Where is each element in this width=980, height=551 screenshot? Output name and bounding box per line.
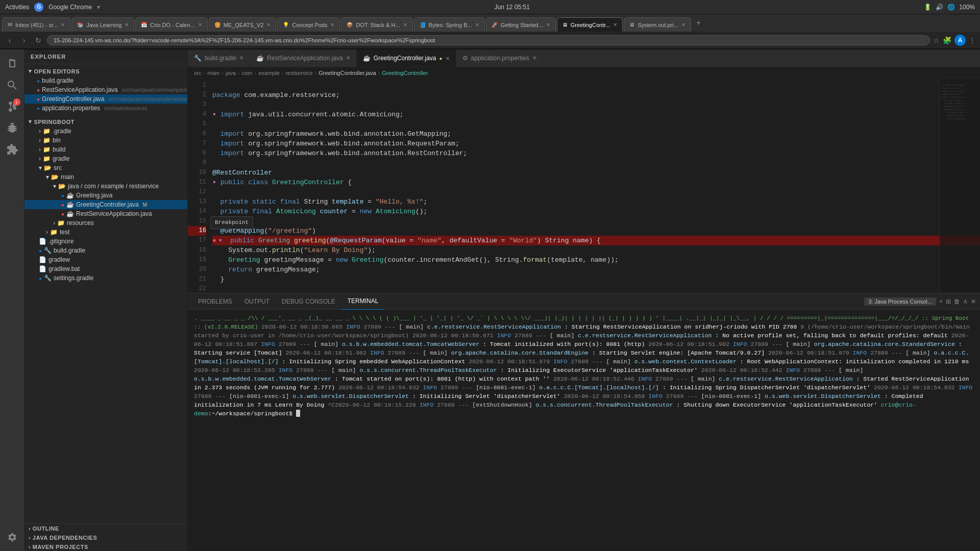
tab-favicon-concepts: 💡 <box>283 22 289 28</box>
tree-gradlew-bat[interactable]: 📄 gradlew.bat <box>24 264 187 273</box>
outline-toggle[interactable]: › OUTLINE <box>24 524 187 533</box>
browser-tab-getting[interactable]: 🚀 Getting Started... ✕ <box>486 17 556 32</box>
browser-tab-qeats[interactable]: 🍔 ME_QEATS_V2 ✕ <box>209 17 277 32</box>
activity-settings[interactable] <box>2 527 22 547</box>
tab-label-props: application.properties <box>471 55 529 62</box>
terminal-tab-output[interactable]: OUTPUT <box>238 293 276 310</box>
terminal-tab-debug[interactable]: DEBUG CONSOLE <box>276 293 341 310</box>
terminal-tab-problems[interactable]: PROBLEMS <box>192 293 238 310</box>
open-file-rest[interactable]: ● RestServiceApplication.java src/main/j… <box>24 85 187 94</box>
browser-tab-dot[interactable]: 📦 DOT: Stack & H... ✕ <box>341 17 412 32</box>
activity-source-control[interactable]: 1 <box>2 96 22 117</box>
tree-gradle-folder[interactable]: › 📁 .gradle <box>24 127 187 136</box>
network-icon: 🌐 <box>947 4 955 11</box>
browser-tab-bytes[interactable]: 📘 Bytes: Spring B... ✕ <box>414 17 485 32</box>
code-editor[interactable]: 12345 678910 1112131415 16 17181920 2122… <box>188 79 980 293</box>
activity-search[interactable] <box>2 75 22 95</box>
tree-build-folder[interactable]: › 📁 build <box>24 145 187 154</box>
tab-close-greeting[interactable]: ✕ <box>613 22 617 28</box>
activity-extensions[interactable] <box>2 139 22 160</box>
tree-item-label2: bin <box>53 137 61 144</box>
app-dropdown[interactable]: ▾ <box>97 4 100 11</box>
java-file-icon2: ☕ <box>66 201 74 208</box>
terminal-content[interactable]: . ____ _ __ _ _ /\\ / ___'_ __ _ _(_)_ _… <box>188 310 980 551</box>
tab-close-bytes[interactable]: ✕ <box>475 22 479 28</box>
tree-resources-folder[interactable]: › 📁 resources <box>24 218 187 228</box>
tab-label-java: Java Learning <box>86 22 121 28</box>
tab-bar: ✉ Inbox (451) - sr... ✕ 📚 Java Learning … <box>0 14 980 32</box>
browser-tab-java[interactable]: 📚 Java Learning ✕ <box>71 17 134 32</box>
tree-greeting-java[interactable]: ● ☕ Greeting.java <box>24 191 187 200</box>
back-button[interactable]: ‹ <box>4 35 15 46</box>
springboot-toggle[interactable]: ▾ SPRINGBOOT <box>24 117 187 127</box>
tree-build-gradle-file[interactable]: ● 🔧 build.gradle <box>24 246 187 255</box>
terminal-tab-terminal[interactable]: TERMINAL <box>341 293 385 310</box>
tab-icon-rest: ☕ <box>256 55 264 62</box>
browser-tab-greeting[interactable]: 🖥 GreetingContr... ✕ <box>557 17 623 32</box>
browser-tab-system[interactable]: 🖥 System.out.pri... ✕ <box>624 17 691 32</box>
tree-item-label3: build <box>53 146 65 153</box>
terminal-chevron-up[interactable]: ∧ <box>963 298 968 305</box>
tab-close-getting[interactable]: ✕ <box>546 22 550 28</box>
terminal-close-btn[interactable]: ✕ <box>971 298 976 305</box>
breadcrumb-sep7: › <box>378 70 380 76</box>
activity-files[interactable] <box>2 54 22 74</box>
java-file-icon: ☕ <box>66 192 74 199</box>
java-deps-toggle[interactable]: › JAVA DEPENDENCIES <box>24 533 187 542</box>
forward-button[interactable]: › <box>18 35 30 46</box>
menu-icon[interactable]: ⋮ <box>969 36 976 44</box>
editor-tab-app-props[interactable]: ⚙ application.properties ✕ <box>456 49 543 67</box>
tab-close-build[interactable]: ✕ <box>239 55 243 61</box>
tree-gradlew[interactable]: 📄 gradlew <box>24 255 187 264</box>
extension-icon[interactable]: 🧩 <box>943 36 951 44</box>
user-avatar[interactable]: A <box>954 35 966 46</box>
editor-tab-rest-service[interactable]: ☕ RestServiceApplication.java ✕ <box>250 49 357 67</box>
chevron-right-icon3: › <box>39 146 41 153</box>
dot-rest-service: ● <box>61 211 64 217</box>
maven-toggle[interactable]: › MAVEN PROJECTS <box>24 542 187 551</box>
tree-bin-folder[interactable]: › 📁 bin <box>24 136 187 145</box>
browser-tab-concepts[interactable]: 💡 Concept Pods ✕ <box>277 17 340 32</box>
tab-close-system[interactable]: ✕ <box>681 22 685 28</box>
tree-settings-gradle[interactable]: ● 🔧 settings.gradle <box>24 273 187 283</box>
terminal-trash-btn[interactable]: 🗑 <box>954 298 960 305</box>
tab-close-greeting-ctrl[interactable]: ✕ <box>446 56 450 61</box>
bookmark-icon[interactable]: ☆ <box>933 36 940 44</box>
tree-gitignore[interactable]: 📄 .gitignore <box>24 237 187 246</box>
tree-greeting-ctrl-java[interactable]: ● ☕ GreetingController.java M <box>24 200 187 209</box>
tree-gradle2-folder[interactable]: › 📁 gradle <box>24 154 187 163</box>
tree-src-folder[interactable]: ▾ 📂 src <box>24 163 187 172</box>
tab-close-crio[interactable]: ✕ <box>198 22 202 28</box>
tree-rest-service-java[interactable]: ● ☕ RestServiceApplication.java <box>24 209 187 218</box>
tab-close-concepts[interactable]: ✕ <box>330 22 334 28</box>
open-file-build-gradle[interactable]: ● build.gradle <box>24 76 187 85</box>
tab-close-props[interactable]: ✕ <box>532 55 536 61</box>
tree-test-folder[interactable]: › 📁 test <box>24 228 187 237</box>
new-tab-button[interactable]: + <box>692 18 705 28</box>
open-file-greeting-ctrl[interactable]: ● GreetingController.java src/main/java/… <box>24 94 187 104</box>
activities-label[interactable]: Activities <box>5 4 29 11</box>
terminal-add-btn[interactable]: + <box>939 298 943 305</box>
tab-close-inbox[interactable]: ✕ <box>61 22 65 28</box>
tab-close-java[interactable]: ✕ <box>125 22 129 28</box>
tab-close-dot[interactable]: ✕ <box>403 22 407 28</box>
open-editors-toggle[interactable]: ▾ Open Editors <box>24 66 187 76</box>
browser-tab-inbox[interactable]: ✉ Inbox (451) - sr... ✕ <box>2 17 70 32</box>
editor-tab-greeting-ctrl[interactable]: ☕ GreetingController.java ● ✕ <box>357 49 456 67</box>
code-content[interactable]: package com.example.restservice; ▾ impor… <box>210 79 980 293</box>
tree-java-folder[interactable]: ▾ 📂 java / com / example / restservice <box>24 182 187 191</box>
browser-tab-crio[interactable]: 📅 Crio.DO - Calen... ✕ <box>135 17 207 32</box>
activity-debug[interactable] <box>2 118 22 138</box>
open-editors-section: ▾ Open Editors ● build.gradle ● RestServ… <box>24 64 187 115</box>
tree-main-folder[interactable]: ▾ 📂 main <box>24 172 187 182</box>
address-input[interactable] <box>47 35 930 45</box>
tab-label-build: build.gradle <box>205 55 236 62</box>
open-file-app-props[interactable]: ● application.properties src/main/resour… <box>24 104 187 113</box>
reload-button[interactable]: ↻ <box>33 35 44 46</box>
tab-close-qeats[interactable]: ✕ <box>266 22 271 28</box>
editor-tab-build[interactable]: 🔧 build.gradle ✕ <box>188 49 250 67</box>
terminal-split-btn[interactable]: ⊞ <box>946 298 951 305</box>
modified-marker2: M <box>143 202 147 208</box>
terminal-area: PROBLEMS OUTPUT DEBUG CONSOLE TERMINAL 3… <box>188 293 980 551</box>
tab-close-rest[interactable]: ✕ <box>346 55 350 61</box>
